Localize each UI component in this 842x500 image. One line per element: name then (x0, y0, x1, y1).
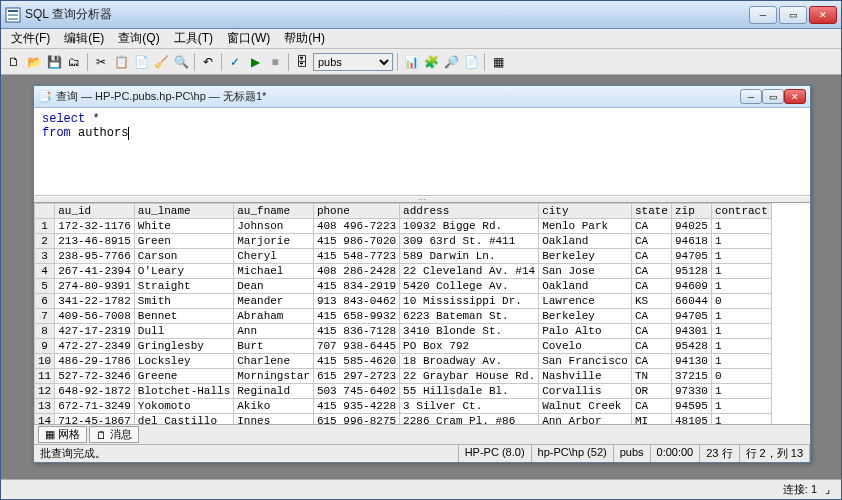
parse-icon[interactable]: ✓ (226, 53, 244, 71)
menu-window[interactable]: 窗口(W) (221, 29, 276, 48)
table-row[interactable]: 11527-72-3246GreeneMorningstar615 297-27… (35, 369, 772, 384)
cell[interactable]: Palo Alto (539, 324, 632, 339)
column-header[interactable]: city (539, 204, 632, 219)
cell[interactable]: 913 843-0462 (313, 294, 399, 309)
cell[interactable]: Yokomoto (134, 399, 233, 414)
cell[interactable]: TN (631, 369, 671, 384)
row-number[interactable]: 7 (35, 309, 55, 324)
cell[interactable]: Covelo (539, 339, 632, 354)
cell[interactable]: 37215 (671, 369, 711, 384)
row-number[interactable]: 12 (35, 384, 55, 399)
column-header[interactable]: au_fname (234, 204, 314, 219)
cell[interactable]: San Jose (539, 264, 632, 279)
cell[interactable]: 274-80-9391 (55, 279, 135, 294)
cell[interactable]: 18 Broadway Av. (400, 354, 539, 369)
cell[interactable]: Abraham (234, 309, 314, 324)
cell[interactable]: 408 286-2428 (313, 264, 399, 279)
cell[interactable]: Johnson (234, 219, 314, 234)
cell[interactable]: 0 (711, 369, 771, 384)
cell[interactable]: 55 Hillsdale Bl. (400, 384, 539, 399)
cell[interactable]: Menlo Park (539, 219, 632, 234)
row-number[interactable]: 9 (35, 339, 55, 354)
cell[interactable]: Greene (134, 369, 233, 384)
cell[interactable]: 341-22-1782 (55, 294, 135, 309)
cut-icon[interactable]: ✂ (92, 53, 110, 71)
copy-icon[interactable]: 📋 (112, 53, 130, 71)
cell[interactable]: Ann Arbor (539, 414, 632, 425)
cell[interactable]: 415 548-7723 (313, 249, 399, 264)
menu-tools[interactable]: 工具(T) (168, 29, 219, 48)
cell[interactable]: 94705 (671, 309, 711, 324)
cell[interactable]: 213-46-8915 (55, 234, 135, 249)
execute-icon[interactable]: ▶ (246, 53, 264, 71)
cell[interactable]: 615 297-2723 (313, 369, 399, 384)
find-icon[interactable]: 🔍 (172, 53, 190, 71)
cell[interactable]: 238-95-7766 (55, 249, 135, 264)
row-number[interactable]: 4 (35, 264, 55, 279)
menu-query[interactable]: 查询(Q) (112, 29, 165, 48)
row-number[interactable]: 8 (35, 324, 55, 339)
cell[interactable]: 1 (711, 249, 771, 264)
cell[interactable]: White (134, 219, 233, 234)
row-number[interactable]: 11 (35, 369, 55, 384)
menu-file[interactable]: 文件(F) (5, 29, 56, 48)
cell[interactable]: 1 (711, 234, 771, 249)
row-number[interactable]: 1 (35, 219, 55, 234)
cell[interactable]: Gringlesby (134, 339, 233, 354)
cell[interactable]: 0 (711, 294, 771, 309)
cell[interactable]: CA (631, 219, 671, 234)
results-grid[interactable]: au_idau_lnameau_fnamephoneaddresscitysta… (34, 203, 810, 424)
column-header[interactable]: au_lname (134, 204, 233, 219)
row-number[interactable]: 10 (35, 354, 55, 369)
cell[interactable]: 1 (711, 279, 771, 294)
cell[interactable]: 527-72-3246 (55, 369, 135, 384)
table-row[interactable]: 10486-29-1786LocksleyCharlene415 585-462… (35, 354, 772, 369)
cell[interactable]: Michael (234, 264, 314, 279)
cell[interactable]: 10932 Bigge Rd. (400, 219, 539, 234)
cell[interactable]: Charlene (234, 354, 314, 369)
cell[interactable]: 94609 (671, 279, 711, 294)
cell[interactable]: CA (631, 279, 671, 294)
clear-icon[interactable]: 🧹 (152, 53, 170, 71)
column-header[interactable]: address (400, 204, 539, 219)
column-header[interactable]: zip (671, 204, 711, 219)
cell[interactable]: Green (134, 234, 233, 249)
row-number[interactable]: 14 (35, 414, 55, 425)
cell[interactable]: 712-45-1867 (55, 414, 135, 425)
table-row[interactable]: 14712-45-1867del CastilloInnes615 996-82… (35, 414, 772, 425)
cell[interactable]: 95428 (671, 339, 711, 354)
cell[interactable]: 707 938-6445 (313, 339, 399, 354)
cell[interactable]: CA (631, 354, 671, 369)
cell[interactable]: Smith (134, 294, 233, 309)
cell[interactable]: 66044 (671, 294, 711, 309)
cell[interactable]: 1 (711, 384, 771, 399)
cell[interactable]: 267-41-2394 (55, 264, 135, 279)
column-header[interactable]: phone (313, 204, 399, 219)
cell[interactable]: Blotchet-Halls (134, 384, 233, 399)
cell[interactable]: 1 (711, 339, 771, 354)
cell[interactable]: Dull (134, 324, 233, 339)
cell[interactable]: CA (631, 234, 671, 249)
plan-icon[interactable]: 📊 (402, 53, 420, 71)
cell[interactable]: 648-92-1872 (55, 384, 135, 399)
cell[interactable]: CA (631, 249, 671, 264)
cell[interactable]: 1 (711, 264, 771, 279)
cell[interactable]: 94595 (671, 399, 711, 414)
cell[interactable]: Oakland (539, 279, 632, 294)
cell[interactable]: 95128 (671, 264, 711, 279)
results-to-text-icon[interactable]: 📄 (462, 53, 480, 71)
row-number[interactable]: 3 (35, 249, 55, 264)
cell[interactable]: PO Box 792 (400, 339, 539, 354)
object-browser-icon[interactable]: 🔎 (442, 53, 460, 71)
cell[interactable]: 94025 (671, 219, 711, 234)
row-number[interactable]: 5 (35, 279, 55, 294)
paste-icon[interactable]: 📄 (132, 53, 150, 71)
cell[interactable]: Carson (134, 249, 233, 264)
cell[interactable]: Ann (234, 324, 314, 339)
cell[interactable]: 94618 (671, 234, 711, 249)
cell[interactable]: 615 996-8275 (313, 414, 399, 425)
table-row[interactable]: 7409-56-7008BennetAbraham415 658-9932622… (35, 309, 772, 324)
cell[interactable]: 1 (711, 219, 771, 234)
inner-minimize-button[interactable]: ─ (740, 89, 762, 104)
table-row[interactable]: 13672-71-3249YokomotoAkiko415 935-42283 … (35, 399, 772, 414)
